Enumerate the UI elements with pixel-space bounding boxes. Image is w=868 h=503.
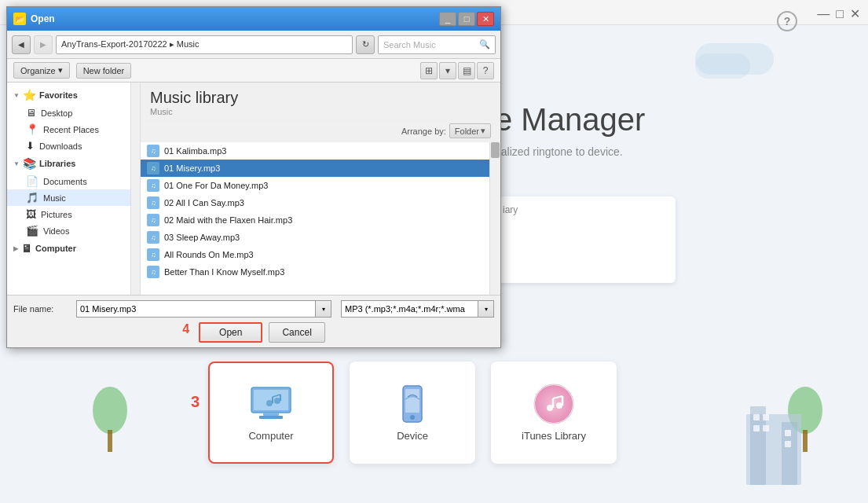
left-scrollbar[interactable] xyxy=(130,83,140,295)
file-item-selected[interactable]: ♫ 01 Misery.mp3 xyxy=(141,160,500,177)
new-folder-button[interactable]: New folder xyxy=(76,63,132,79)
sidebar-item-downloads[interactable]: ⬇ Downloads xyxy=(7,138,140,154)
computer-header[interactable]: ▶ 🖥 Computer xyxy=(7,239,140,258)
libraries-arrow: ▼ xyxy=(13,160,20,167)
computer-nav-icon: 🖥 xyxy=(21,242,32,255)
forward-button[interactable]: ▶ xyxy=(34,35,53,54)
file-item[interactable]: ♫ Better Than I Know Myself.mp3 xyxy=(141,263,500,281)
file-list-scrollbar[interactable] xyxy=(489,142,500,295)
help-icon[interactable]: ? xyxy=(777,11,797,31)
pictures-label: Pictures xyxy=(41,210,72,219)
close-icon[interactable]: ✕ xyxy=(850,6,860,21)
sidebar-item-desktop[interactable]: 🖥 Desktop xyxy=(7,105,140,121)
search-bar[interactable]: Search Music 🔍 xyxy=(378,35,496,54)
file-icon: ♫ xyxy=(147,162,159,174)
dialog-window-buttons: _ □ ✕ xyxy=(439,12,494,26)
sidebar-item-pictures[interactable]: 🖼 Pictures xyxy=(7,206,140,222)
file-name: 02 All I Can Say.mp3 xyxy=(164,198,244,207)
file-icon: ♫ xyxy=(147,266,159,278)
sidebar-item-music[interactable]: 🎵 Music xyxy=(7,189,140,206)
dialog-maximize-btn[interactable]: □ xyxy=(458,12,475,26)
filename-dropdown[interactable]: ▾ xyxy=(316,300,331,318)
cloud-decoration2 xyxy=(695,53,750,79)
path-bar[interactable]: AnyTrans-Export-20170222 ▸ Music xyxy=(56,35,353,54)
maximize-icon[interactable]: □ xyxy=(836,7,844,21)
open-dialog: 📂 Open _ □ ✕ ◀ ▶ AnyTrans-Export-2017022… xyxy=(6,6,501,348)
file-item[interactable]: ♫ 02 All I Can Say.mp3 xyxy=(141,194,500,211)
file-icon: ♫ xyxy=(147,196,159,209)
dialog-organize-toolbar: Organize ▾ New folder ⊞ ▾ ▤ ? xyxy=(7,59,500,83)
cancel-button[interactable]: Cancel xyxy=(269,322,324,343)
dialog-buttons: 4 Open Cancel xyxy=(13,322,494,343)
scrollbar-thumb[interactable] xyxy=(491,142,500,158)
filetype-dropdown[interactable]: ▾ xyxy=(478,300,494,318)
favorites-arrow: ▼ xyxy=(13,92,20,99)
library-subtitle: Music xyxy=(150,107,491,116)
svg-rect-7 xyxy=(753,414,760,420)
sidebar-item-videos[interactable]: 🎬 Videos xyxy=(7,222,140,239)
computer-card[interactable]: Computer xyxy=(208,362,334,464)
help-btn[interactable]: ? xyxy=(477,62,494,79)
grid-view-btn[interactable]: ⊞ xyxy=(420,62,438,79)
documents-icon: 📄 xyxy=(26,175,38,187)
library-title: Music library xyxy=(150,89,491,107)
minimize-icon[interactable]: — xyxy=(817,7,830,21)
filetype-area: MP3 (*.mp3;*.m4a;*.m4r;*.wma ▾ xyxy=(341,300,494,318)
refresh-button[interactable]: ↻ xyxy=(356,35,375,54)
back-button[interactable]: ◀ xyxy=(12,35,31,54)
svg-point-24 xyxy=(410,415,415,420)
step3-indicator: 3 xyxy=(191,393,200,411)
open-button[interactable]: Open xyxy=(199,322,262,343)
building-decoration xyxy=(742,398,805,487)
videos-label: Videos xyxy=(43,226,69,236)
itunes-card[interactable]: iTunes Library xyxy=(491,362,617,464)
organize-button[interactable]: Organize ▾ xyxy=(13,62,70,79)
filetype-display: MP3 (*.mp3;*.m4a;*.m4r;*.wma xyxy=(341,300,478,318)
step4-indicator: 4 xyxy=(182,322,189,343)
file-item[interactable]: ♫ All Rounds On Me.mp3 xyxy=(141,246,500,263)
file-icon: ♫ xyxy=(147,145,159,157)
dialog-minimize-btn[interactable]: _ xyxy=(439,12,456,26)
file-name: 01 One For Da Money.mp3 xyxy=(164,181,268,190)
arrange-dropdown[interactable]: Folder ▾ xyxy=(449,123,491,138)
file-name: 03 Sleep Away.mp3 xyxy=(164,233,240,242)
dialog-titlebar: 📂 Open _ □ ✕ xyxy=(7,7,500,31)
preview-btn[interactable]: ▤ xyxy=(458,62,475,79)
filename-input[interactable] xyxy=(76,300,316,318)
desktop-icon: 🖥 xyxy=(26,107,36,119)
file-icon: ♫ xyxy=(147,214,159,226)
libraries-header[interactable]: ▼ 📚 Libraries xyxy=(7,154,140,173)
itunes-icon xyxy=(529,384,579,424)
svg-rect-21 xyxy=(259,416,283,419)
computer-icon xyxy=(246,384,296,424)
computer-card-label: Computer xyxy=(248,430,293,442)
right-panel: Music library Music Arrange by: Folder ▾… xyxy=(141,83,500,295)
file-item[interactable]: ♫ 02 Maid with the Flaxen Hair.mp3 xyxy=(141,211,500,229)
favorites-header[interactable]: ▼ ⭐ Favorites xyxy=(7,86,140,105)
file-item[interactable]: ♫ 03 Sleep Away.mp3 xyxy=(141,229,500,246)
window-controls: — □ ✕ xyxy=(817,6,860,21)
file-item[interactable]: ♫ 01 Kalimba.mp3 xyxy=(141,142,500,160)
dialog-nav-toolbar: ◀ ▶ AnyTrans-Export-20170222 ▸ Music ↻ S… xyxy=(7,31,500,59)
app-subtitle: nalized ringtone to device. xyxy=(495,145,623,158)
filename-row: File name: ▾ MP3 (*.mp3;*.m4a;*.m4r;*.wm… xyxy=(13,300,494,318)
device-card[interactable]: Device xyxy=(350,362,475,464)
svg-rect-20 xyxy=(263,413,279,416)
itunes-card-label: iTunes Library xyxy=(522,430,586,442)
arrange-label: Arrange by: xyxy=(401,127,446,136)
device-icon xyxy=(387,384,438,424)
libraries-label: Libraries xyxy=(39,159,75,168)
svg-rect-11 xyxy=(785,430,791,436)
file-item[interactable]: ♫ 01 One For Da Money.mp3 xyxy=(141,177,500,194)
computer-nav-label: Computer xyxy=(35,244,76,253)
svg-rect-9 xyxy=(753,425,760,431)
view-dropdown-btn[interactable]: ▾ xyxy=(439,62,456,79)
sidebar-item-documents[interactable]: 📄 Documents xyxy=(7,173,140,189)
desktop-label: Desktop xyxy=(41,108,72,118)
view-icons: ⊞ ▾ ▤ ? xyxy=(420,62,494,79)
svg-rect-1 xyxy=(108,430,112,452)
arrange-row: Arrange by: Folder ▾ xyxy=(141,120,500,142)
source-box: iary xyxy=(495,196,676,283)
sidebar-item-recent[interactable]: 📍 Recent Places xyxy=(7,121,140,138)
dialog-close-btn[interactable]: ✕ xyxy=(477,12,494,26)
